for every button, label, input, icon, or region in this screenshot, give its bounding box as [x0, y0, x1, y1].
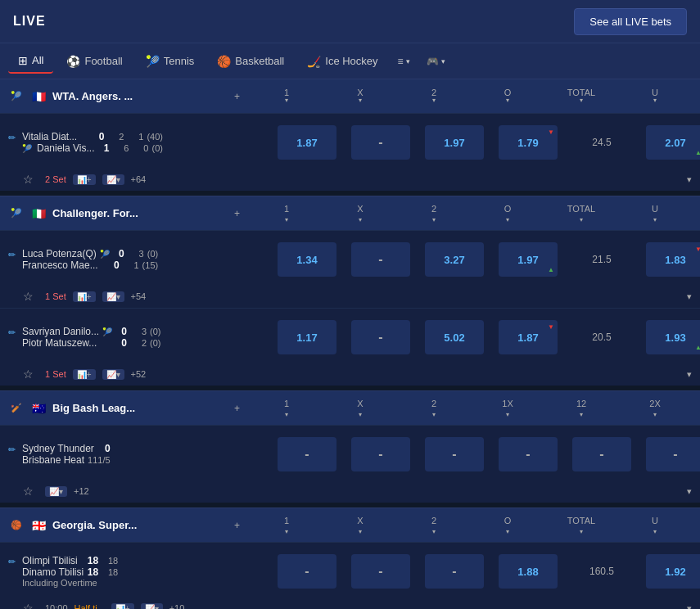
favorite-star-wta1[interactable]: ☆	[23, 173, 34, 186]
team-name-geo1-1: Olimpi Tbilisi	[22, 555, 84, 566]
odds-btn-u-chal2[interactable]: 1.93 ▲	[646, 320, 700, 354]
tab-football[interactable]: ⚽ Football	[56, 50, 132, 73]
odds-btn-2x-bb1[interactable]: -	[646, 437, 700, 471]
odds-btn-2-chal2[interactable]: 5.02	[425, 320, 484, 354]
tennis-sport-icon-2: 🎾	[8, 205, 25, 222]
odds-btn-1-chal1[interactable]: 1.34	[278, 242, 336, 277]
total-value-wta1: 24.5	[592, 137, 611, 148]
expand-arrow-bb1[interactable]: ▾	[687, 486, 692, 497]
more-badge-bb1[interactable]: +12	[74, 486, 89, 496]
odds-btn-o-geo1[interactable]: 1.88	[499, 554, 558, 589]
odds-btn-1x-bb1[interactable]: -	[499, 437, 558, 471]
col-header-u: U▾	[618, 88, 692, 105]
odds-12-bb1: -	[565, 437, 639, 471]
expand-arrow-geo1[interactable]: ▾	[687, 603, 692, 610]
cricket-score-bb1: 111/5	[88, 455, 111, 465]
team-row-geo1-3: Including Overtime	[22, 578, 118, 588]
see-all-button[interactable]: See all LIVE bets	[574, 8, 687, 35]
league-plus-bigbash[interactable]: +	[234, 403, 240, 414]
odds-btn-2-wta1[interactable]: 1.97	[425, 125, 484, 160]
team-cur-chal1-1: (0)	[147, 249, 158, 259]
col-header-o: O▾	[471, 88, 544, 105]
odds-btn-x-geo1[interactable]: -	[351, 554, 410, 589]
stats-badge-geo1[interactable]: 📊+	[111, 603, 134, 610]
chart-badge-chal1[interactable]: 📈▾	[102, 291, 124, 302]
more-badge-chal2[interactable]: +52	[131, 369, 147, 379]
stats-badge-chal2[interactable]: 📊+	[73, 369, 96, 380]
match-challenger-2: ✏ Savriyan Danilo... 🎾 0 3 (0) Piotr Mat…	[0, 308, 700, 386]
nav-tabs: ⊞ All ⚽ Football 🎾 Tennis 🏀 Basketball 🏒…	[0, 43, 700, 79]
team-row-chal1-2: Francesco Mae... 0 1 (15)	[22, 259, 158, 271]
odds-btn-2-chal1[interactable]: 3.27	[425, 242, 484, 277]
more-badge-wta1[interactable]: +64	[131, 174, 147, 184]
chart-badge-wta1[interactable]: 📈▾	[102, 174, 124, 185]
favorite-star-chal2[interactable]: ☆	[23, 368, 34, 381]
favorite-star-bb1[interactable]: ☆	[23, 485, 34, 498]
odds-btn-o-chal1[interactable]: 1.97 ▲	[499, 242, 558, 277]
tab-more-menu[interactable]: ≡ ▾	[391, 51, 417, 72]
col-h-x-bb: X▾	[323, 399, 397, 418]
tab-basketball[interactable]: 🏀 Basketball	[207, 50, 294, 73]
odds-btn-o-wta1[interactable]: ▼ 1.79	[499, 125, 558, 160]
set-badge-chal1: 1 Set	[45, 291, 66, 301]
tab-ice-hockey[interactable]: 🏒 Ice Hockey	[297, 50, 387, 73]
odds-1-chal1: 1.34	[270, 242, 344, 277]
stats-badge-chal1[interactable]: 📊+	[73, 291, 96, 302]
odds-u-geo1: 1.92	[639, 554, 700, 589]
tab-all[interactable]: ⊞ All	[8, 49, 53, 74]
team-sets-geo1-1: 18	[102, 556, 118, 566]
edit-icon-wta1: ✏	[8, 133, 16, 143]
chart-badge-bb1[interactable]: 📈▾	[45, 486, 67, 497]
odds-btn-x-wta1[interactable]: -	[351, 125, 410, 160]
col-h-total-g: TOTAL▾	[544, 516, 618, 535]
odds-btn-u-geo1[interactable]: 1.92	[646, 554, 700, 589]
odds-btn-x-bb1[interactable]: -	[351, 437, 410, 471]
league-name-wta: WTA. Angers. ...	[52, 90, 234, 102]
serve-icon: 🎾	[22, 144, 32, 153]
favorite-star-chal1[interactable]: ☆	[23, 290, 34, 303]
match-footer-geo1: ☆ 10:00 Half ti... 📊+ 📈▾ +10 ▾	[0, 600, 700, 609]
col-h-o-c: O▾	[471, 204, 544, 223]
stats-badge-wta1[interactable]: 📊+	[73, 174, 96, 185]
expand-arrow-wta1[interactable]: ▾	[687, 174, 692, 185]
odds-u-wta1: 2.07 ▲	[639, 125, 700, 160]
chart-badge-chal2[interactable]: 📈▾	[102, 369, 124, 380]
team-sets-chal1-1: 3	[128, 249, 144, 259]
more-badge-chal1[interactable]: +54	[131, 291, 147, 301]
odds-btn-u-chal1[interactable]: ▼ 1.83	[646, 242, 700, 277]
match-row-chal-1: ✏ Luca Potenza(Q) 🎾 0 3 (0) Francesco Ma…	[0, 231, 700, 288]
odds-btn-u-wta1[interactable]: 2.07 ▲	[646, 125, 700, 160]
col-h-2-c: 2▾	[397, 204, 471, 223]
odds-btn-1-bb1[interactable]: -	[278, 437, 336, 471]
odds-btn-2-geo1[interactable]: -	[425, 554, 484, 589]
halftime-badge-geo1: Half ti...	[75, 603, 105, 609]
odds-btn-x-chal2[interactable]: -	[351, 320, 410, 354]
expand-arrow-chal2[interactable]: ▾	[687, 369, 692, 380]
odds-btn-o-chal2[interactable]: ▼ 1.87	[499, 320, 558, 354]
tab-more-games[interactable]: 🎮 ▾	[420, 51, 452, 72]
favorite-star-geo1[interactable]: ☆	[23, 602, 34, 609]
col-header-1: 1▾	[250, 88, 323, 105]
odds-btn-1-geo1[interactable]: -	[278, 554, 336, 589]
serve-icon-chal1: 🎾	[100, 250, 110, 259]
tab-tennis[interactable]: 🎾 Tennis	[136, 50, 205, 73]
odds-btn-1-chal2[interactable]: 1.17	[278, 320, 336, 354]
tab-all-label: All	[32, 54, 43, 66]
col-header-total: TOTAL▾	[544, 88, 618, 105]
odds-btn-12-bb1[interactable]: -	[572, 437, 631, 471]
more-badge-geo1[interactable]: +10	[169, 603, 185, 609]
league-plus-georgia[interactable]: +	[234, 520, 240, 531]
league-plus-wta[interactable]: +	[234, 91, 240, 102]
team-score-chal1-2: 0	[108, 259, 120, 271]
odds-btn-2-bb1[interactable]: -	[425, 437, 484, 471]
match-footer-bb1: ☆ 📈▾ +12 ▾	[0, 483, 700, 503]
georgia-flag: 🇬🇪	[31, 520, 46, 531]
team-score-wta1-1: 0	[93, 131, 104, 142]
league-plus-challenger[interactable]: +	[234, 208, 240, 219]
chart-badge-geo1[interactable]: 📈▾	[141, 603, 163, 610]
col-h-1-c: 1▾	[250, 204, 323, 223]
team-name-geo1-3: Including Overtime	[22, 578, 118, 588]
odds-btn-x-chal1[interactable]: -	[351, 242, 410, 277]
odds-btn-1-wta1[interactable]: 1.87	[278, 125, 336, 160]
expand-arrow-chal1[interactable]: ▾	[687, 291, 692, 302]
